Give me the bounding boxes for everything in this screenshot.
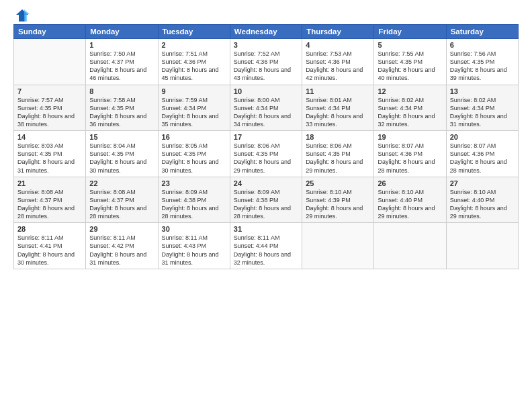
col-sunday: Sunday — [14, 25, 86, 39]
day-number: 10 — [234, 87, 298, 95]
day-number: 12 — [378, 87, 442, 95]
day-info: Sunrise: 7:51 AMSunset: 4:36 PMDaylight:… — [162, 50, 219, 81]
col-friday: Friday — [374, 25, 446, 39]
day-number: 29 — [89, 225, 154, 233]
day-number: 28 — [17, 225, 82, 233]
day-cell: 30 Sunrise: 8:11 AMSunset: 4:43 PMDaylig… — [158, 223, 230, 269]
day-number: 25 — [306, 179, 370, 187]
day-number: 22 — [89, 179, 154, 187]
col-saturday: Saturday — [446, 25, 518, 39]
day-info: Sunrise: 8:07 AMSunset: 4:36 PMDaylight:… — [450, 142, 507, 173]
day-number: 31 — [234, 225, 298, 233]
day-info: Sunrise: 8:08 AMSunset: 4:37 PMDaylight:… — [17, 189, 75, 220]
col-wednesday: Wednesday — [230, 25, 302, 39]
day-number: 7 — [17, 87, 82, 95]
day-number: 19 — [378, 133, 442, 141]
day-number: 17 — [234, 133, 298, 141]
day-number: 4 — [306, 41, 370, 49]
day-cell: 3 Sunrise: 7:52 AMSunset: 4:36 PMDayligh… — [230, 39, 302, 85]
day-cell: 18 Sunrise: 8:06 AMSunset: 4:35 PMDaylig… — [302, 131, 374, 177]
day-cell: 24 Sunrise: 8:09 AMSunset: 4:38 PMDaylig… — [230, 177, 302, 223]
day-info: Sunrise: 8:02 AMSunset: 4:34 PMDaylight:… — [378, 97, 435, 128]
header — [13, 11, 519, 20]
svg-marker-1 — [24, 9, 30, 21]
day-number: 8 — [89, 87, 154, 95]
day-number: 21 — [17, 179, 82, 187]
day-number: 11 — [306, 87, 370, 95]
day-cell: 21 Sunrise: 8:08 AMSunset: 4:37 PMDaylig… — [14, 177, 86, 223]
day-number: 13 — [450, 87, 515, 95]
day-info: Sunrise: 7:52 AMSunset: 4:36 PMDaylight:… — [234, 50, 291, 81]
day-info: Sunrise: 8:01 AMSunset: 4:34 PMDaylight:… — [306, 97, 363, 128]
day-info: Sunrise: 7:55 AMSunset: 4:35 PMDaylight:… — [378, 50, 435, 81]
day-info: Sunrise: 7:57 AMSunset: 4:35 PMDaylight:… — [17, 97, 75, 128]
day-info: Sunrise: 8:11 AMSunset: 4:42 PMDaylight:… — [89, 234, 146, 265]
day-cell: 9 Sunrise: 7:59 AMSunset: 4:34 PMDayligh… — [158, 85, 230, 131]
day-cell: 15 Sunrise: 8:04 AMSunset: 4:35 PMDaylig… — [86, 131, 158, 177]
day-cell — [302, 223, 374, 269]
day-info: Sunrise: 8:09 AMSunset: 4:38 PMDaylight:… — [234, 189, 291, 220]
day-info: Sunrise: 8:05 AMSunset: 4:35 PMDaylight:… — [162, 142, 219, 173]
day-number: 16 — [162, 133, 226, 141]
day-number: 20 — [450, 133, 515, 141]
day-number: 24 — [234, 179, 298, 187]
day-info: Sunrise: 7:56 AMSunset: 4:35 PMDaylight:… — [450, 50, 507, 81]
day-info: Sunrise: 7:50 AMSunset: 4:37 PMDaylight:… — [89, 50, 146, 81]
day-number: 27 — [450, 179, 515, 187]
day-info: Sunrise: 8:10 AMSunset: 4:39 PMDaylight:… — [306, 189, 363, 220]
week-row-3: 21 Sunrise: 8:08 AMSunset: 4:37 PMDaylig… — [14, 177, 519, 223]
logo-icon — [15, 8, 30, 23]
day-info: Sunrise: 8:06 AMSunset: 4:35 PMDaylight:… — [234, 142, 291, 173]
week-row-1: 7 Sunrise: 7:57 AMSunset: 4:35 PMDayligh… — [14, 85, 519, 131]
page: Sunday Monday Tuesday Wednesday Thursday… — [0, 0, 532, 411]
day-cell: 17 Sunrise: 8:06 AMSunset: 4:35 PMDaylig… — [230, 131, 302, 177]
day-number: 15 — [89, 133, 154, 141]
day-info: Sunrise: 8:03 AMSunset: 4:35 PMDaylight:… — [17, 142, 75, 173]
day-cell: 11 Sunrise: 8:01 AMSunset: 4:34 PMDaylig… — [302, 85, 374, 131]
col-thursday: Thursday — [302, 25, 374, 39]
day-info: Sunrise: 8:06 AMSunset: 4:35 PMDaylight:… — [306, 142, 363, 173]
day-number: 18 — [306, 133, 370, 141]
day-number: 2 — [162, 41, 226, 49]
day-info: Sunrise: 8:09 AMSunset: 4:38 PMDaylight:… — [162, 189, 219, 220]
day-cell: 29 Sunrise: 8:11 AMSunset: 4:42 PMDaylig… — [86, 223, 158, 269]
day-number: 30 — [162, 225, 226, 233]
day-cell: 4 Sunrise: 7:53 AMSunset: 4:36 PMDayligh… — [302, 39, 374, 85]
day-cell: 12 Sunrise: 8:02 AMSunset: 4:34 PMDaylig… — [374, 85, 446, 131]
day-info: Sunrise: 8:07 AMSunset: 4:36 PMDaylight:… — [378, 142, 435, 173]
day-number: 14 — [17, 133, 82, 141]
day-number: 6 — [450, 41, 515, 49]
day-cell: 6 Sunrise: 7:56 AMSunset: 4:35 PMDayligh… — [446, 39, 518, 85]
day-number: 9 — [162, 87, 226, 95]
day-cell: 20 Sunrise: 8:07 AMSunset: 4:36 PMDaylig… — [446, 131, 518, 177]
day-cell — [446, 223, 518, 269]
day-info: Sunrise: 8:04 AMSunset: 4:35 PMDaylight:… — [89, 142, 146, 173]
day-cell: 25 Sunrise: 8:10 AMSunset: 4:39 PMDaylig… — [302, 177, 374, 223]
calendar-table: Sunday Monday Tuesday Wednesday Thursday… — [13, 24, 519, 269]
day-info: Sunrise: 8:10 AMSunset: 4:40 PMDaylight:… — [450, 189, 507, 220]
day-cell: 28 Sunrise: 8:11 AMSunset: 4:41 PMDaylig… — [14, 223, 86, 269]
day-cell: 1 Sunrise: 7:50 AMSunset: 4:37 PMDayligh… — [86, 39, 158, 85]
day-info: Sunrise: 8:10 AMSunset: 4:40 PMDaylight:… — [378, 189, 435, 220]
logo — [13, 11, 30, 20]
day-info: Sunrise: 8:11 AMSunset: 4:44 PMDaylight:… — [234, 234, 291, 265]
day-number: 5 — [378, 41, 442, 49]
day-cell: 27 Sunrise: 8:10 AMSunset: 4:40 PMDaylig… — [446, 177, 518, 223]
day-cell: 13 Sunrise: 8:02 AMSunset: 4:34 PMDaylig… — [446, 85, 518, 131]
header-row: Sunday Monday Tuesday Wednesday Thursday… — [14, 25, 519, 39]
day-info: Sunrise: 8:11 AMSunset: 4:41 PMDaylight:… — [17, 234, 75, 265]
day-cell: 8 Sunrise: 7:58 AMSunset: 4:35 PMDayligh… — [86, 85, 158, 131]
week-row-2: 14 Sunrise: 8:03 AMSunset: 4:35 PMDaylig… — [14, 131, 519, 177]
day-info: Sunrise: 7:53 AMSunset: 4:36 PMDaylight:… — [306, 50, 363, 81]
day-cell: 2 Sunrise: 7:51 AMSunset: 4:36 PMDayligh… — [158, 39, 230, 85]
calendar-body: 1 Sunrise: 7:50 AMSunset: 4:37 PMDayligh… — [14, 39, 519, 269]
day-cell: 31 Sunrise: 8:11 AMSunset: 4:44 PMDaylig… — [230, 223, 302, 269]
day-info: Sunrise: 8:02 AMSunset: 4:34 PMDaylight:… — [450, 97, 507, 128]
day-cell — [14, 39, 86, 85]
week-row-0: 1 Sunrise: 7:50 AMSunset: 4:37 PMDayligh… — [14, 39, 519, 85]
day-cell — [374, 223, 446, 269]
day-number: 23 — [162, 179, 226, 187]
day-number: 1 — [89, 41, 154, 49]
day-info: Sunrise: 7:59 AMSunset: 4:34 PMDaylight:… — [162, 97, 219, 128]
day-cell: 23 Sunrise: 8:09 AMSunset: 4:38 PMDaylig… — [158, 177, 230, 223]
